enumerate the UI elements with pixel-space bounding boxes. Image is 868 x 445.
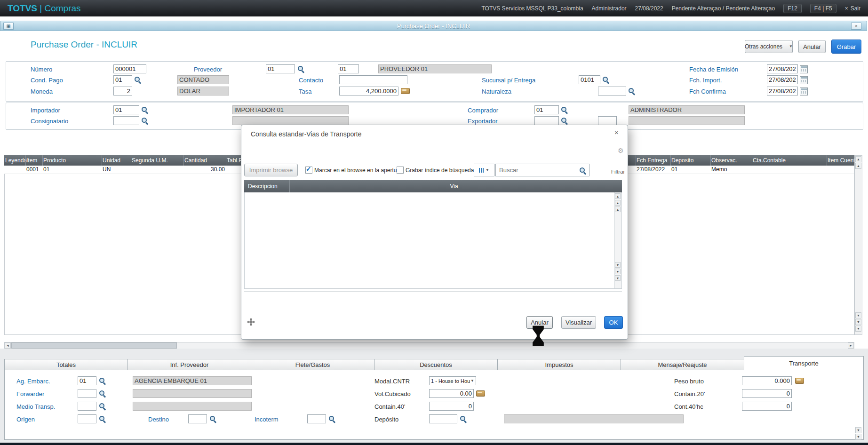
scroll-up-icon[interactable]: ▲ [615,207,621,212]
dialog-ok-button[interactable]: OK [604,316,623,329]
fch-import-calendar-icon[interactable] [800,76,808,84]
grabar-button[interactable]: Grabar [831,40,861,54]
scroll-down-icon[interactable]: ▼ [855,326,861,332]
filtrar-label[interactable]: Filtrar [611,169,625,175]
tab-impuestos[interactable]: Impuestos [497,359,621,370]
naturaleza-search-icon[interactable] [628,87,635,94]
window-close-icon[interactable]: × [851,23,861,30]
ag-embarc-input[interactable] [78,376,96,385]
tasa-input[interactable] [339,87,398,95]
col-via[interactable]: Via [289,180,619,192]
naturaleza-input[interactable] [598,87,626,95]
scroll-down-icon[interactable]: ▼ [615,269,621,274]
sucursal-input[interactable] [579,75,600,84]
scroll-down-icon[interactable]: ▼ [615,275,621,281]
contacto-input[interactable] [339,75,407,84]
buscar-search-icon[interactable] [579,167,586,174]
scroll-down-icon[interactable]: ▼ [615,262,621,268]
tab-descuentos[interactable]: Descuentos [374,359,498,370]
col-descripcion[interactable]: Descripcion [248,180,278,192]
importador-input[interactable] [113,105,139,114]
scroll-left-icon[interactable]: ◄ [5,342,11,349]
horizontal-scroll-thumb[interactable] [11,342,177,349]
fch-confirma-input[interactable] [767,87,798,95]
consignatario-search-icon[interactable] [141,117,148,124]
consignatario-input[interactable] [113,116,139,125]
incoterm-search-icon[interactable] [328,415,335,422]
buscar-input[interactable] [495,164,589,176]
medio-transp-input[interactable] [78,402,96,411]
anular-button[interactable]: Anular [798,40,826,53]
destino-input[interactable] [188,414,207,423]
medio-transp-search-icon[interactable] [99,403,105,409]
dialog-visualizar-button[interactable]: Visualizar [561,316,596,329]
cond-pago-input[interactable] [113,75,132,84]
column-chooser-button[interactable]: ▼ [474,164,494,176]
contain20-input[interactable] [742,389,792,398]
imprimir-browse-button[interactable]: Imprimir browse [244,164,298,176]
dialog-close-icon[interactable]: × [614,128,619,136]
scroll-up-icon[interactable]: ▲ [615,193,621,199]
modal-cntr-select[interactable]: 1 - House to Hou ▼ [429,376,476,385]
f4f5-shortcut[interactable]: F4 | F5 [810,4,836,13]
cond-pago-search-icon[interactable] [134,76,141,83]
contain40-input[interactable] [429,402,474,411]
origen-input[interactable] [78,414,96,423]
tab-totales[interactable]: Totales [4,359,128,370]
otras-acciones-button[interactable]: Otras acciones ▼ [745,40,793,53]
tab-inf-proveedor[interactable]: Inf. Proveedor [127,359,251,370]
tab-flete-gastos[interactable]: Flete/Gastos [251,359,374,370]
forwarder-search-icon[interactable] [99,390,105,397]
move-handle-icon[interactable] [247,318,255,328]
exportador-extra-input[interactable] [598,116,617,125]
cont40hc-input[interactable] [742,402,792,411]
col-tabl-p: Tabl.P [227,155,242,166]
tasa-calculator-icon[interactable] [401,88,410,94]
marcar-browse-checkbox[interactable] [305,167,312,174]
proveedor-store-input[interactable] [338,64,359,73]
fch-confirma-calendar-icon[interactable] [800,87,808,95]
deposito-search-icon[interactable] [460,415,466,422]
scroll-up-icon[interactable]: ▲ [615,200,621,206]
tab-transporte[interactable]: Transporte [744,356,864,370]
fecha-emision-input[interactable] [767,64,798,73]
destino-search-icon[interactable] [209,415,216,422]
grabar-indice-checkbox[interactable] [397,167,404,174]
vol-cubicado-input[interactable] [429,389,474,398]
comprador-input[interactable] [534,105,559,114]
comprador-search-icon[interactable] [561,106,567,113]
fch-import-input[interactable] [767,75,798,84]
deposito-input[interactable] [429,414,457,423]
f12-shortcut[interactable]: F12 [783,4,802,13]
fecha-emision-calendar-icon[interactable] [800,65,808,73]
numero-input[interactable] [113,64,146,73]
exportador-input[interactable] [534,116,559,125]
origen-search-icon[interactable] [99,415,105,422]
scroll-down-icon[interactable]: ▼ [855,312,861,318]
scroll-down-icon[interactable]: ▼ [855,319,861,325]
proveedor-search-icon[interactable] [297,65,304,72]
scroll-up-icon[interactable]: ▲ [855,156,861,162]
vol-calculator-icon[interactable] [476,390,485,397]
tab-mensaje-reajuste[interactable]: Mensaje/Reajuste [621,359,744,370]
forwarder-input[interactable] [78,389,96,398]
browse-body[interactable]: ▲ ▲ ▲ ▼ ▼ ▼ [244,192,622,289]
exportador-search-icon[interactable] [561,117,567,124]
grid-vertical-scrollbar[interactable] [854,155,862,335]
incoterm-input[interactable] [307,414,326,423]
col-divider [752,155,752,166]
scroll-up-icon[interactable]: ▲ [855,163,861,169]
browse-scrollbar[interactable]: ▲ ▲ ▲ ▼ ▼ ▼ [614,192,621,288]
peso-bruto-input[interactable] [742,376,792,385]
ag-embarc-search-icon[interactable] [99,377,105,384]
scroll-down-icon[interactable]: ▼ [855,427,861,433]
sucursal-search-icon[interactable] [602,76,609,83]
exit-button[interactable]: × Sair [845,5,860,12]
proveedor-code-input[interactable] [266,64,295,73]
gear-icon[interactable]: ⚙ [618,147,624,154]
scroll-down-icon[interactable]: ▼ [855,434,861,440]
importador-search-icon[interactable] [141,106,148,113]
moneda-input[interactable] [113,87,132,95]
peso-calculator-icon[interactable] [795,378,804,384]
scroll-right-icon[interactable]: ► [848,342,854,349]
